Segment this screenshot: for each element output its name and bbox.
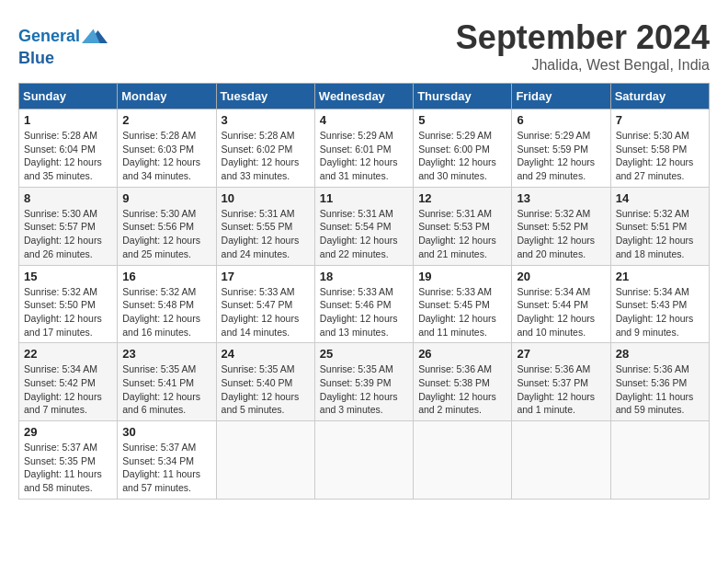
logo-icon (82, 24, 108, 50)
day-info: Sunrise: 5:29 AMSunset: 6:00 PMDaylight:… (418, 129, 506, 183)
day-cell (512, 421, 610, 500)
calendar-table: SundayMondayTuesdayWednesdayThursdayFrid… (18, 83, 710, 500)
day-info: Sunrise: 5:37 AMSunset: 5:35 PMDaylight:… (24, 441, 112, 495)
day-info: Sunrise: 5:32 AMSunset: 5:50 PMDaylight:… (24, 285, 112, 339)
day-info: Sunrise: 5:28 AMSunset: 6:04 PMDaylight:… (24, 129, 112, 183)
day-cell: 20Sunrise: 5:34 AMSunset: 5:44 PMDayligh… (512, 265, 610, 343)
day-number: 21 (616, 270, 704, 283)
weekday-friday: Friday (512, 84, 610, 109)
day-number: 13 (517, 191, 605, 205)
week-row-3: 15Sunrise: 5:32 AMSunset: 5:50 PMDayligh… (19, 265, 710, 343)
day-cell: 11Sunrise: 5:31 AMSunset: 5:54 PMDayligh… (314, 187, 413, 265)
weekday-saturday: Saturday (610, 84, 709, 109)
day-cell: 18Sunrise: 5:33 AMSunset: 5:46 PMDayligh… (314, 265, 413, 343)
day-info: Sunrise: 5:35 AMSunset: 5:39 PMDaylight:… (320, 362, 408, 417)
day-info: Sunrise: 5:34 AMSunset: 5:43 PMDaylight:… (616, 285, 704, 339)
day-number: 28 (616, 347, 704, 361)
day-cell: 16Sunrise: 5:32 AMSunset: 5:48 PMDayligh… (118, 265, 216, 343)
day-cell: 1Sunrise: 5:28 AMSunset: 6:04 PMDaylight… (19, 109, 118, 188)
day-number: 22 (24, 347, 112, 361)
day-cell (414, 421, 512, 500)
day-number: 11 (320, 191, 408, 205)
weekday-header-row: SundayMondayTuesdayWednesdayThursdayFrid… (19, 84, 710, 109)
logo: General Blue (18, 24, 108, 68)
day-cell: 29Sunrise: 5:37 AMSunset: 5:35 PMDayligh… (19, 421, 118, 500)
day-cell: 24Sunrise: 5:35 AMSunset: 5:40 PMDayligh… (216, 343, 314, 421)
day-number: 29 (24, 425, 112, 439)
day-number: 7 (616, 113, 704, 127)
weekday-tuesday: Tuesday (216, 84, 314, 109)
weekday-sunday: Sunday (19, 84, 118, 109)
day-info: Sunrise: 5:31 AMSunset: 5:54 PMDaylight:… (320, 207, 408, 261)
day-cell: 27Sunrise: 5:36 AMSunset: 5:37 PMDayligh… (512, 343, 610, 421)
day-number: 4 (320, 113, 408, 127)
day-cell: 17Sunrise: 5:33 AMSunset: 5:47 PMDayligh… (216, 265, 314, 343)
day-info: Sunrise: 5:30 AMSunset: 5:57 PMDaylight:… (24, 207, 112, 261)
day-info: Sunrise: 5:30 AMSunset: 5:56 PMDaylight:… (122, 207, 210, 261)
day-info: Sunrise: 5:36 AMSunset: 5:38 PMDaylight:… (418, 362, 506, 417)
day-info: Sunrise: 5:33 AMSunset: 5:45 PMDaylight:… (418, 285, 506, 339)
day-number: 15 (24, 270, 112, 283)
day-cell: 22Sunrise: 5:34 AMSunset: 5:42 PMDayligh… (19, 343, 118, 421)
day-info: Sunrise: 5:32 AMSunset: 5:48 PMDaylight:… (122, 285, 210, 339)
day-info: Sunrise: 5:36 AMSunset: 5:37 PMDaylight:… (517, 362, 605, 417)
day-cell: 9Sunrise: 5:30 AMSunset: 5:56 PMDaylight… (118, 187, 216, 265)
day-number: 6 (517, 113, 605, 127)
logo-line2: Blue (18, 50, 108, 68)
day-cell: 5Sunrise: 5:29 AMSunset: 6:00 PMDaylight… (414, 109, 512, 188)
day-cell: 2Sunrise: 5:28 AMSunset: 6:03 PMDaylight… (118, 109, 216, 188)
day-cell: 23Sunrise: 5:35 AMSunset: 5:41 PMDayligh… (118, 343, 216, 421)
logo-text: General (18, 28, 80, 46)
day-info: Sunrise: 5:34 AMSunset: 5:44 PMDaylight:… (517, 285, 605, 339)
week-row-1: 1Sunrise: 5:28 AMSunset: 6:04 PMDaylight… (19, 109, 710, 188)
day-cell: 8Sunrise: 5:30 AMSunset: 5:57 PMDaylight… (19, 187, 118, 265)
week-row-4: 22Sunrise: 5:34 AMSunset: 5:42 PMDayligh… (19, 343, 710, 421)
day-info: Sunrise: 5:28 AMSunset: 6:03 PMDaylight:… (122, 129, 210, 183)
day-number: 25 (320, 347, 408, 361)
day-cell: 19Sunrise: 5:33 AMSunset: 5:45 PMDayligh… (414, 265, 512, 343)
day-cell (610, 421, 709, 500)
day-number: 18 (320, 270, 408, 283)
day-cell: 21Sunrise: 5:34 AMSunset: 5:43 PMDayligh… (610, 265, 709, 343)
day-number: 20 (517, 270, 605, 283)
day-info: Sunrise: 5:31 AMSunset: 5:53 PMDaylight:… (418, 207, 506, 261)
day-cell: 4Sunrise: 5:29 AMSunset: 6:01 PMDaylight… (314, 109, 413, 188)
month-title: September 2024 (456, 18, 710, 57)
day-info: Sunrise: 5:29 AMSunset: 6:01 PMDaylight:… (320, 129, 408, 183)
day-number: 30 (122, 425, 210, 439)
day-number: 1 (24, 113, 112, 127)
day-cell: 7Sunrise: 5:30 AMSunset: 5:58 PMDaylight… (610, 109, 709, 188)
day-number: 24 (222, 347, 310, 361)
title-area: September 2024 Jhalida, West Bengal, Ind… (456, 18, 710, 74)
day-number: 2 (122, 113, 210, 127)
day-info: Sunrise: 5:32 AMSunset: 5:52 PMDaylight:… (517, 207, 605, 261)
day-cell: 25Sunrise: 5:35 AMSunset: 5:39 PMDayligh… (314, 343, 413, 421)
day-info: Sunrise: 5:35 AMSunset: 5:40 PMDaylight:… (222, 362, 310, 417)
day-cell: 3Sunrise: 5:28 AMSunset: 6:02 PMDaylight… (216, 109, 314, 188)
weekday-thursday: Thursday (414, 84, 512, 109)
day-cell: 10Sunrise: 5:31 AMSunset: 5:55 PMDayligh… (216, 187, 314, 265)
day-number: 3 (222, 113, 310, 127)
day-cell: 30Sunrise: 5:37 AMSunset: 5:34 PMDayligh… (118, 421, 216, 500)
day-cell: 15Sunrise: 5:32 AMSunset: 5:50 PMDayligh… (19, 265, 118, 343)
day-info: Sunrise: 5:31 AMSunset: 5:55 PMDaylight:… (222, 207, 310, 261)
day-cell: 14Sunrise: 5:32 AMSunset: 5:51 PMDayligh… (610, 187, 709, 265)
day-number: 14 (616, 191, 704, 205)
day-number: 27 (517, 347, 605, 361)
day-info: Sunrise: 5:34 AMSunset: 5:42 PMDaylight:… (24, 362, 112, 417)
day-number: 17 (222, 270, 310, 283)
location-title: Jhalida, West Bengal, India (456, 57, 710, 74)
day-number: 19 (418, 270, 506, 283)
day-number: 16 (122, 270, 210, 283)
day-cell: 6Sunrise: 5:29 AMSunset: 5:59 PMDaylight… (512, 109, 610, 188)
day-info: Sunrise: 5:33 AMSunset: 5:46 PMDaylight:… (320, 285, 408, 339)
day-info: Sunrise: 5:29 AMSunset: 5:59 PMDaylight:… (517, 129, 605, 183)
day-cell (216, 421, 314, 500)
day-number: 8 (24, 191, 112, 205)
day-number: 9 (122, 191, 210, 205)
day-number: 10 (222, 191, 310, 205)
weekday-wednesday: Wednesday (314, 84, 413, 109)
day-number: 23 (122, 347, 210, 361)
day-info: Sunrise: 5:36 AMSunset: 5:36 PMDaylight:… (616, 362, 704, 417)
day-number: 26 (418, 347, 506, 361)
